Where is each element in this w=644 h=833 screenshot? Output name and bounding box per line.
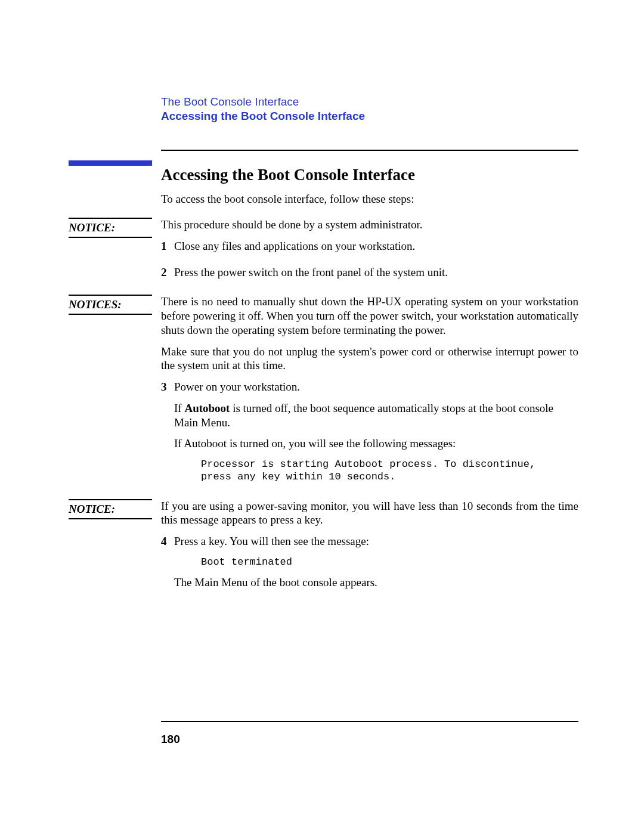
notice-block-3: NOTICE: If you are using a power-saving … xyxy=(69,499,578,602)
notices-para-2: Make sure that you do not unplug the sys… xyxy=(161,345,578,373)
step-para: If Autoboot is turned off, the boot sequ… xyxy=(174,401,578,430)
bold-term: Autoboot xyxy=(184,402,230,414)
code-block: Processor is starting Autoboot process. … xyxy=(201,458,578,484)
step-text: Close any files and applications on your… xyxy=(174,239,578,253)
intro-paragraph: To access the boot console interface, fo… xyxy=(161,193,578,206)
text-span: If xyxy=(174,402,184,414)
code-block: Boot terminated xyxy=(201,556,578,568)
content-area: Accessing the Boot Console Interface To … xyxy=(161,166,578,206)
step-text: Press the power switch on the front pane… xyxy=(174,265,578,280)
step-item: 3 Power on your workstation. If Autoboot… xyxy=(161,380,578,491)
step-number: 1 xyxy=(161,239,174,261)
step-text: Press a key. You will then see the messa… xyxy=(174,534,578,549)
steps-list-b: 3 Power on your workstation. If Autoboot… xyxy=(161,380,578,491)
step-number: 4 xyxy=(161,534,174,597)
text-span: is turned off, the boot sequence automat… xyxy=(174,402,553,429)
step-item: 1 Close any files and applications on yo… xyxy=(161,239,578,261)
notice-label: NOTICE: xyxy=(69,218,152,238)
step-number: 2 xyxy=(161,265,174,287)
page-title: Accessing the Boot Console Interface xyxy=(161,166,578,184)
notices-para-1: There is no need to manually shut down t… xyxy=(161,295,578,337)
bottom-rule xyxy=(161,721,578,722)
notice-block-1: NOTICE: This procedure should be done by… xyxy=(69,218,578,291)
notice-label: NOTICE: xyxy=(69,499,152,519)
header-chapter: The Boot Console Interface xyxy=(161,95,578,109)
step-item: 2 Press the power switch on the front pa… xyxy=(161,265,578,287)
blue-accent-bar xyxy=(69,160,152,166)
running-header: The Boot Console Interface Accessing the… xyxy=(161,95,578,123)
step-para: If Autoboot is turned on, you will see t… xyxy=(174,436,578,451)
step-item: 4 Press a key. You will then see the mes… xyxy=(161,534,578,597)
step-para: The Main Menu of the boot console appear… xyxy=(174,575,578,590)
steps-list-a: 1 Close any files and applications on yo… xyxy=(161,239,578,287)
notices-label: NOTICES: xyxy=(69,295,152,315)
document-page: The Boot Console Interface Accessing the… xyxy=(0,0,644,833)
step-text: Power on your workstation. xyxy=(174,380,578,394)
top-rule xyxy=(161,150,578,151)
notice-text: This procedure should be done by a syste… xyxy=(161,218,578,232)
page-number: 180 xyxy=(161,733,578,746)
header-section: Accessing the Boot Console Interface xyxy=(161,110,578,123)
notice-text: If you are using a power-saving monitor,… xyxy=(161,499,578,528)
notices-block-2: NOTICES: There is no need to manually sh… xyxy=(69,295,578,495)
footer-area: 180 xyxy=(161,721,578,746)
steps-list-c: 4 Press a key. You will then see the mes… xyxy=(161,534,578,597)
title-rule-row xyxy=(69,150,578,166)
step-number: 3 xyxy=(161,380,174,491)
